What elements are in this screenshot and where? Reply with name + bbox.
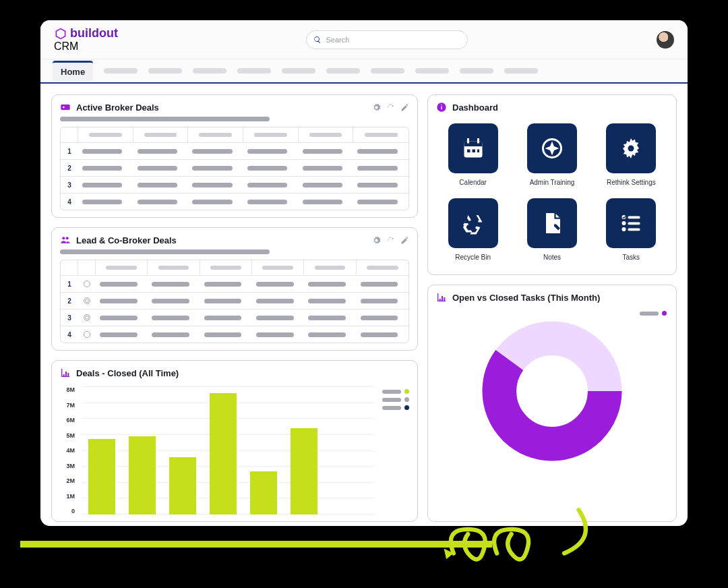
edit-icon[interactable] bbox=[400, 236, 409, 245]
chart-icon bbox=[60, 368, 71, 378]
deals-icon bbox=[60, 102, 71, 113]
dash-label: Admin Training bbox=[530, 179, 575, 186]
note-icon bbox=[527, 198, 577, 248]
bar-chart: 8M7M6M5M4M3M2M1M0 bbox=[60, 382, 409, 514]
donut-chart bbox=[436, 307, 668, 469]
card-title: Dashboard bbox=[452, 102, 498, 113]
svg-point-13 bbox=[628, 146, 634, 152]
dash-item-recycle[interactable]: Recycle Bin bbox=[442, 198, 504, 261]
svg-rect-15 bbox=[628, 216, 640, 219]
table-row[interactable]: 3 bbox=[61, 310, 408, 326]
people-icon bbox=[60, 235, 71, 245]
svg-point-18 bbox=[622, 227, 626, 231]
decorative-underline bbox=[20, 541, 492, 548]
dash-item-checklist[interactable]: Tasks bbox=[600, 198, 663, 261]
svg-rect-9 bbox=[467, 150, 471, 153]
chart-icon bbox=[436, 292, 447, 303]
table-row[interactable]: 4 bbox=[61, 326, 408, 343]
card-active-broker-deals: Active Broker Deals 1 2 3 bbox=[51, 94, 418, 218]
donut-legend bbox=[640, 308, 667, 316]
tab-placeholder[interactable] bbox=[460, 68, 493, 74]
checklist-icon bbox=[606, 198, 656, 248]
table-row[interactable]: 1 bbox=[61, 143, 408, 160]
gear-icon[interactable] bbox=[372, 236, 381, 245]
compass-icon bbox=[527, 123, 577, 173]
search-input[interactable]: Search bbox=[306, 30, 468, 49]
tab-home[interactable]: Home bbox=[53, 61, 93, 81]
bar bbox=[250, 471, 277, 514]
svg-rect-17 bbox=[628, 223, 640, 225]
card-open-closed-tasks: Open vs Closed Tasks (This Month) bbox=[427, 285, 677, 522]
logo-icon bbox=[54, 27, 67, 40]
gear-icon[interactable] bbox=[372, 103, 381, 112]
search-icon bbox=[313, 36, 322, 44]
svg-point-1 bbox=[63, 107, 65, 109]
search-placeholder: Search bbox=[326, 36, 349, 44]
table-header bbox=[61, 260, 408, 276]
tab-placeholder[interactable] bbox=[371, 68, 404, 74]
deals-table: 1 2 3 4 bbox=[60, 127, 409, 210]
svg-rect-7 bbox=[467, 138, 469, 144]
table-row[interactable]: 1 bbox=[61, 276, 408, 293]
svg-rect-10 bbox=[472, 150, 475, 153]
svg-rect-8 bbox=[477, 138, 479, 144]
refresh-icon[interactable] bbox=[386, 236, 395, 245]
dash-label: Calendar bbox=[459, 179, 487, 186]
dash-item-compass[interactable]: Admin Training bbox=[520, 123, 583, 186]
chart-legend bbox=[382, 386, 409, 514]
chart-bars bbox=[82, 386, 375, 514]
bar bbox=[88, 439, 115, 514]
card-lead-cobroker-deals: Lead & Co-Broker Deals 1 2 3 bbox=[51, 227, 418, 351]
nav-tabs: Home bbox=[40, 59, 688, 84]
tab-placeholder[interactable] bbox=[504, 68, 538, 74]
tab-placeholder[interactable] bbox=[237, 68, 271, 74]
bar bbox=[210, 393, 237, 515]
svg-rect-6 bbox=[464, 142, 482, 147]
dash-label: Notes bbox=[543, 254, 561, 261]
tab-placeholder[interactable] bbox=[326, 68, 360, 74]
dash-label: Recycle Bin bbox=[455, 254, 491, 261]
table-row[interactable]: 2 bbox=[61, 293, 408, 310]
subtitle-placeholder bbox=[60, 249, 270, 254]
dash-item-gear[interactable]: Rethink Settings bbox=[600, 123, 663, 186]
svg-point-2 bbox=[62, 237, 65, 239]
bar bbox=[169, 457, 196, 515]
dash-item-calendar[interactable]: Calendar bbox=[442, 123, 504, 186]
dash-label: Tasks bbox=[623, 254, 640, 261]
y-axis: 8M7M6M5M4M3M2M1M0 bbox=[60, 386, 75, 514]
bar bbox=[129, 436, 156, 514]
tab-placeholder[interactable] bbox=[148, 68, 182, 74]
table-header bbox=[61, 127, 408, 143]
svg-point-16 bbox=[622, 221, 626, 225]
table-row[interactable]: 2 bbox=[61, 160, 408, 177]
bar bbox=[291, 428, 317, 514]
calendar-icon bbox=[448, 123, 498, 173]
subtitle-placeholder bbox=[60, 117, 270, 121]
dash-item-note[interactable]: Notes bbox=[520, 198, 583, 261]
card-title: Active Broker Deals bbox=[76, 102, 159, 113]
tab-placeholder[interactable] bbox=[415, 68, 449, 74]
tab-placeholder[interactable] bbox=[104, 68, 138, 74]
dashboard-grid: CalendarAdmin TrainingRethink SettingsRe… bbox=[436, 117, 668, 268]
user-avatar[interactable] bbox=[657, 31, 674, 49]
card-title: Open vs Closed Tasks (This Month) bbox=[452, 293, 600, 303]
dash-label: Rethink Settings bbox=[607, 179, 656, 186]
tab-placeholder[interactable] bbox=[193, 68, 226, 74]
svg-rect-19 bbox=[628, 229, 640, 231]
leads-table: 1 2 3 4 bbox=[60, 260, 409, 343]
recycle-icon bbox=[448, 198, 498, 248]
edit-icon[interactable] bbox=[400, 103, 409, 112]
card-title: Lead & Co-Broker Deals bbox=[76, 235, 177, 245]
tab-placeholder[interactable] bbox=[282, 68, 315, 74]
card-title: Deals - Closed (All Time) bbox=[76, 368, 179, 378]
brand-text: buildout bbox=[70, 26, 118, 40]
table-row[interactable]: 3 bbox=[61, 177, 408, 194]
card-dashboard: Dashboard CalendarAdmin TrainingRethink … bbox=[427, 94, 677, 275]
gear-icon bbox=[606, 123, 656, 173]
topbar: buildout CRM Search bbox=[40, 20, 688, 59]
svg-rect-11 bbox=[477, 150, 479, 153]
info-icon bbox=[436, 102, 447, 113]
svg-point-3 bbox=[66, 237, 69, 239]
table-row[interactable]: 4 bbox=[61, 194, 408, 210]
refresh-icon[interactable] bbox=[386, 103, 395, 112]
